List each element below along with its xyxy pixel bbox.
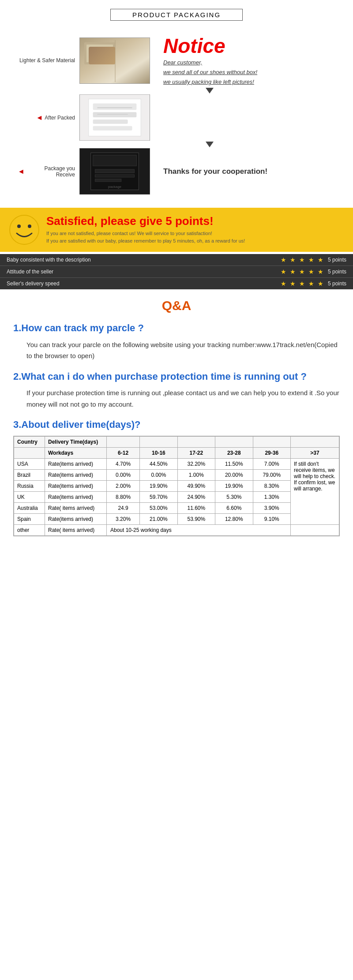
th-1016	[140, 437, 177, 448]
satisfaction-subtitle1: If you are not satisfied, please contact…	[46, 230, 344, 244]
td-brazil-1722: 1.00%	[177, 470, 215, 481]
th-w1722: 17-22	[177, 448, 215, 459]
td-other: other	[14, 525, 45, 536]
td-spain-1016: 21.00%	[140, 514, 177, 525]
bottom-space	[0, 554, 353, 598]
packaging-title: PRODUCT PACKAGING	[110, 9, 243, 21]
rating-stars-3: ★ ★ ★ ★ ★	[281, 280, 324, 287]
td-spain: Spain	[14, 514, 45, 525]
svg-rect-2	[86, 45, 113, 62]
step1-image	[79, 37, 150, 84]
rating-stars-1: ★ ★ ★ ★ ★	[281, 256, 324, 263]
rating-label-1: Baby consistent with the description	[7, 257, 281, 263]
td-usa-type: Rate(items arrived)	[45, 459, 107, 470]
notice-text: Dear customer, we send all of our shoes …	[163, 58, 335, 87]
td-spain-612: 3.20%	[107, 514, 140, 525]
qa-section: Q&A 1.How can track my parcle ? You can …	[0, 289, 353, 554]
td-brazil-1016: 0.00%	[140, 470, 177, 481]
td-usa-612: 4.70%	[107, 459, 140, 470]
table-row: USA Rate(items arrived) 4.70% 44.50% 32.…	[14, 459, 339, 470]
svg-point-20	[17, 224, 21, 228]
svg-rect-14	[93, 155, 137, 166]
delivery-table: Country Delivery Time(days) Workdays 6-1…	[14, 436, 339, 536]
rating-row-3: Seller's delivery speed ★ ★ ★ ★ ★ 5 poin…	[0, 278, 353, 289]
th-gt37	[291, 437, 339, 448]
svg-rect-8	[93, 120, 128, 124]
td-uk: UK	[14, 492, 45, 503]
q1-heading: 1.How can track my parcle ?	[13, 322, 340, 335]
td-note-shared: If still don't receive items, we will he…	[291, 459, 339, 525]
td-australia-1016: 53.00%	[140, 503, 177, 514]
q3-heading: 3.About deliver time(days)?	[13, 419, 340, 431]
th-delivery-type: Delivery Time(days)	[45, 437, 107, 448]
table-row: UK Rate(items arrived) 8.80% 59.70% 24.9…	[14, 492, 339, 503]
rating-stars-2: ★ ★ ★ ★ ★	[281, 268, 324, 275]
packaging-flow: Lighter & Safer Material	[18, 30, 335, 199]
notice-title: Notice	[163, 34, 335, 58]
td-brazil-2328: 20.00%	[215, 470, 253, 481]
td-australia-1722: 11.60%	[177, 503, 215, 514]
svg-rect-17	[95, 179, 121, 182]
td-australia-612: 24.9	[107, 503, 140, 514]
smiley-icon	[9, 214, 40, 245]
td-russia-2936: 8.30%	[253, 481, 290, 492]
td-other-note: About 10-25 working days	[107, 525, 291, 536]
th-w1016: 10-16	[140, 448, 177, 459]
notice-box: Notice Dear customer, we send all of our…	[163, 34, 335, 87]
table-row: Brazil Rate(items arrived) 0.00% 0.00% 1…	[14, 470, 339, 481]
td-uk-612: 8.80%	[107, 492, 140, 503]
packaging-section: PRODUCT PACKAGING Lighter & Safer Materi…	[0, 0, 353, 203]
th-2328	[215, 437, 253, 448]
td-russia: Russia	[14, 481, 45, 492]
satisfaction-banner: Satisfied, please give 5 points! If you …	[0, 208, 353, 252]
td-usa-1722: 32.20%	[177, 459, 215, 470]
td-australia: Australia	[14, 503, 45, 514]
table-row: Spain Rate(items arrived) 3.20% 21.00% 5…	[14, 514, 339, 525]
table-row: Australia Rate( items arrived) 24.9 53.0…	[14, 503, 339, 514]
td-usa: USA	[14, 459, 45, 470]
th-w2328: 23-28	[215, 448, 253, 459]
td-spain-2328: 12.80%	[215, 514, 253, 525]
td-uk-type: Rate(items arrived)	[45, 492, 107, 503]
svg-rect-7	[93, 112, 137, 117]
table-header-row1: Country Delivery Time(days)	[14, 437, 339, 448]
td-uk-2936: 1.30%	[253, 492, 290, 503]
th-612	[107, 437, 140, 448]
th-1722	[177, 437, 215, 448]
svg-rect-15	[95, 169, 135, 173]
svg-rect-6	[93, 104, 137, 110]
step2-image	[79, 94, 150, 141]
td-russia-2328: 19.90%	[215, 481, 253, 492]
svg-point-19	[10, 215, 39, 244]
th-2936	[253, 437, 290, 448]
ratings-table: Baby consistent with the description ★ ★…	[0, 254, 353, 289]
table-row: other Rate( items arrived) About 10-25 w…	[14, 525, 339, 536]
arrow2	[18, 142, 335, 147]
th-w2936: 29-36	[253, 448, 290, 459]
td-spain-2936: 9.10%	[253, 514, 290, 525]
td-uk-1016: 59.70%	[140, 492, 177, 503]
thanks-box: Thanks for your cooperation!	[163, 167, 335, 176]
th-w612: 6-12	[107, 448, 140, 459]
svg-rect-16	[95, 175, 135, 177]
td-brazil-2936: 79.00%	[253, 470, 290, 481]
td-usa-1016: 44.50%	[140, 459, 177, 470]
td-uk-1722: 24.90%	[177, 492, 215, 503]
td-uk-2328: 5.30%	[215, 492, 253, 503]
td-brazil: Brazil	[14, 470, 45, 481]
rating-label-3: Seller's delivery speed	[7, 281, 281, 287]
td-australia-2936: 3.90%	[253, 503, 290, 514]
td-russia-1016: 19.90%	[140, 481, 177, 492]
arrow1	[18, 88, 335, 94]
td-brazil-612: 0.00%	[107, 470, 140, 481]
delivery-table-wrapper: Country Delivery Time(days) Workdays 6-1…	[13, 436, 340, 536]
step3-image: package	[79, 148, 150, 195]
td-russia-type: Rate(items arrived)	[45, 481, 107, 492]
th-workdays: Workdays	[45, 448, 107, 459]
rating-points-2: 5 points	[328, 269, 346, 275]
satisfaction-content: Satisfied, please give 5 points! If you …	[46, 214, 344, 244]
td-spain-1722: 53.90%	[177, 514, 215, 525]
td-australia-2328: 6.60%	[215, 503, 253, 514]
rating-label-2: Attitude of the seller	[7, 269, 281, 275]
td-other-type: Rate( items arrived)	[45, 525, 107, 536]
